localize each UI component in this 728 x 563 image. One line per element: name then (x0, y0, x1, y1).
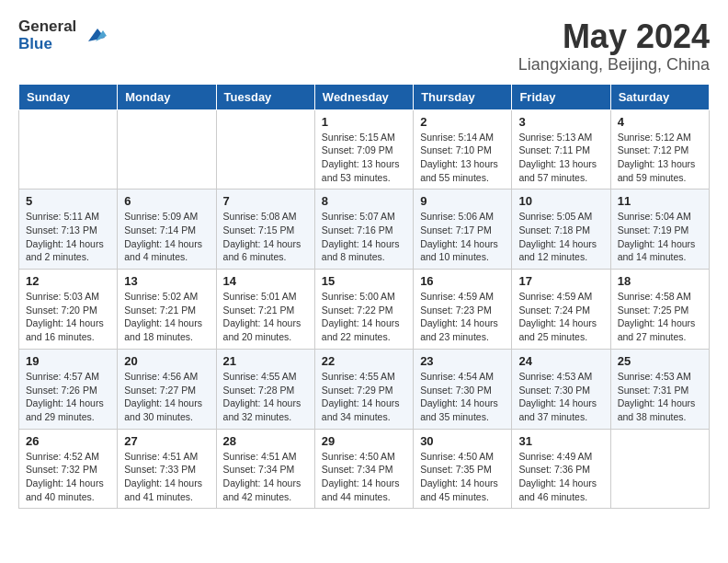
day-info: Sunrise: 4:53 AMSunset: 7:31 PMDaylight:… (618, 370, 702, 424)
day-number: 27 (124, 434, 209, 448)
calendar-cell: 7Sunrise: 5:08 AMSunset: 7:15 PMDaylight… (216, 190, 314, 270)
calendar-cell: 3Sunrise: 5:13 AMSunset: 7:11 PMDaylight… (512, 109, 610, 190)
calendar-cell: 26Sunrise: 4:52 AMSunset: 7:32 PMDayligh… (19, 429, 118, 509)
weekday-header-wednesday: Wednesday (314, 84, 413, 109)
header: General Blue May 2024 Liangxiang, Beijin… (18, 18, 710, 75)
calendar-cell (19, 109, 118, 190)
day-info: Sunrise: 4:50 AMSunset: 7:35 PMDaylight:… (420, 450, 505, 504)
day-number: 21 (223, 354, 308, 368)
day-info: Sunrise: 5:03 AMSunset: 7:20 PMDaylight:… (26, 290, 110, 344)
calendar-cell: 19Sunrise: 4:57 AMSunset: 7:26 PMDayligh… (19, 349, 118, 429)
calendar-cell: 22Sunrise: 4:55 AMSunset: 7:29 PMDayligh… (314, 349, 413, 429)
day-number: 30 (420, 434, 505, 448)
day-info: Sunrise: 5:08 AMSunset: 7:15 PMDaylight:… (223, 210, 308, 264)
calendar-cell: 30Sunrise: 4:50 AMSunset: 7:35 PMDayligh… (414, 429, 512, 509)
day-number: 22 (322, 354, 406, 368)
day-info: Sunrise: 5:05 AMSunset: 7:18 PMDaylight:… (518, 210, 603, 264)
calendar-cell: 12Sunrise: 5:03 AMSunset: 7:20 PMDayligh… (19, 270, 118, 350)
day-number: 28 (223, 434, 308, 448)
day-number: 9 (420, 194, 505, 208)
day-info: Sunrise: 4:53 AMSunset: 7:30 PMDaylight:… (518, 370, 603, 424)
calendar-week-row: 12Sunrise: 5:03 AMSunset: 7:20 PMDayligh… (19, 270, 710, 350)
day-number: 18 (618, 274, 702, 288)
calendar-week-row: 5Sunrise: 5:11 AMSunset: 7:13 PMDaylight… (19, 190, 710, 270)
month-year-title: May 2024 (518, 18, 710, 55)
calendar-cell: 14Sunrise: 5:01 AMSunset: 7:21 PMDayligh… (216, 270, 314, 350)
day-info: Sunrise: 4:50 AMSunset: 7:34 PMDaylight:… (322, 450, 406, 504)
day-number: 1 (322, 115, 406, 129)
day-number: 4 (618, 115, 702, 129)
day-number: 25 (618, 354, 702, 368)
day-number: 10 (518, 194, 603, 208)
calendar-cell: 16Sunrise: 4:59 AMSunset: 7:23 PMDayligh… (414, 270, 512, 350)
calendar-cell: 28Sunrise: 4:51 AMSunset: 7:34 PMDayligh… (216, 429, 314, 509)
day-info: Sunrise: 4:55 AMSunset: 7:28 PMDaylight:… (223, 370, 308, 424)
day-info: Sunrise: 5:01 AMSunset: 7:21 PMDaylight:… (223, 290, 308, 344)
page-container: General Blue May 2024 Liangxiang, Beijin… (0, 0, 728, 518)
calendar-cell (118, 109, 216, 190)
day-number: 24 (518, 354, 603, 368)
calendar-cell: 29Sunrise: 4:50 AMSunset: 7:34 PMDayligh… (314, 429, 413, 509)
day-number: 13 (124, 274, 209, 288)
day-info: Sunrise: 4:57 AMSunset: 7:26 PMDaylight:… (26, 370, 110, 424)
logo-icon (79, 21, 107, 49)
calendar-week-row: 1Sunrise: 5:15 AMSunset: 7:09 PMDaylight… (19, 109, 710, 190)
calendar-cell: 2Sunrise: 5:14 AMSunset: 7:10 PMDaylight… (414, 109, 512, 190)
calendar-week-row: 26Sunrise: 4:52 AMSunset: 7:32 PMDayligh… (19, 429, 710, 509)
day-info: Sunrise: 5:15 AMSunset: 7:09 PMDaylight:… (322, 131, 406, 185)
location-subtitle: Liangxiang, Beijing, China (518, 55, 710, 75)
day-number: 16 (420, 274, 505, 288)
day-info: Sunrise: 5:12 AMSunset: 7:12 PMDaylight:… (618, 131, 702, 185)
day-info: Sunrise: 4:56 AMSunset: 7:27 PMDaylight:… (124, 370, 209, 424)
day-info: Sunrise: 4:49 AMSunset: 7:36 PMDaylight:… (518, 450, 603, 504)
calendar-cell: 27Sunrise: 4:51 AMSunset: 7:33 PMDayligh… (118, 429, 216, 509)
calendar-table: SundayMondayTuesdayWednesdayThursdayFrid… (18, 84, 710, 510)
day-info: Sunrise: 5:13 AMSunset: 7:11 PMDaylight:… (518, 131, 603, 185)
calendar-cell: 18Sunrise: 4:58 AMSunset: 7:25 PMDayligh… (610, 270, 709, 350)
day-info: Sunrise: 4:55 AMSunset: 7:29 PMDaylight:… (322, 370, 406, 424)
weekday-header-friday: Friday (512, 84, 610, 109)
logo: General Blue (18, 18, 107, 52)
calendar-cell: 15Sunrise: 5:00 AMSunset: 7:22 PMDayligh… (314, 270, 413, 350)
calendar-cell: 25Sunrise: 4:53 AMSunset: 7:31 PMDayligh… (610, 349, 709, 429)
weekday-header-thursday: Thursday (414, 84, 512, 109)
day-info: Sunrise: 5:11 AMSunset: 7:13 PMDaylight:… (26, 210, 110, 264)
weekday-header-saturday: Saturday (610, 84, 709, 109)
calendar-cell (216, 109, 314, 190)
day-number: 26 (26, 434, 110, 448)
calendar-cell: 9Sunrise: 5:06 AMSunset: 7:17 PMDaylight… (414, 190, 512, 270)
day-number: 12 (26, 274, 110, 288)
calendar-cell: 4Sunrise: 5:12 AMSunset: 7:12 PMDaylight… (610, 109, 709, 190)
day-number: 7 (223, 194, 308, 208)
calendar-cell: 13Sunrise: 5:02 AMSunset: 7:21 PMDayligh… (118, 270, 216, 350)
day-number: 2 (420, 115, 505, 129)
title-section: May 2024 Liangxiang, Beijing, China (518, 18, 710, 75)
day-number: 19 (26, 354, 110, 368)
day-info: Sunrise: 4:58 AMSunset: 7:25 PMDaylight:… (618, 290, 702, 344)
day-number: 20 (124, 354, 209, 368)
calendar-cell: 21Sunrise: 4:55 AMSunset: 7:28 PMDayligh… (216, 349, 314, 429)
calendar-cell: 11Sunrise: 5:04 AMSunset: 7:19 PMDayligh… (610, 190, 709, 270)
day-info: Sunrise: 4:51 AMSunset: 7:33 PMDaylight:… (124, 450, 209, 504)
day-number: 8 (322, 194, 406, 208)
weekday-header-monday: Monday (118, 84, 216, 109)
weekday-header-tuesday: Tuesday (216, 84, 314, 109)
day-info: Sunrise: 4:52 AMSunset: 7:32 PMDaylight:… (26, 450, 110, 504)
day-number: 31 (518, 434, 603, 448)
weekday-header-sunday: Sunday (19, 84, 118, 109)
day-info: Sunrise: 4:59 AMSunset: 7:23 PMDaylight:… (420, 290, 505, 344)
calendar-cell: 8Sunrise: 5:07 AMSunset: 7:16 PMDaylight… (314, 190, 413, 270)
calendar-cell: 17Sunrise: 4:59 AMSunset: 7:24 PMDayligh… (512, 270, 610, 350)
calendar-cell: 10Sunrise: 5:05 AMSunset: 7:18 PMDayligh… (512, 190, 610, 270)
calendar-cell: 6Sunrise: 5:09 AMSunset: 7:14 PMDaylight… (118, 190, 216, 270)
day-number: 11 (618, 194, 702, 208)
calendar-cell: 24Sunrise: 4:53 AMSunset: 7:30 PMDayligh… (512, 349, 610, 429)
day-info: Sunrise: 5:06 AMSunset: 7:17 PMDaylight:… (420, 210, 505, 264)
calendar-cell (610, 429, 709, 509)
calendar-cell: 23Sunrise: 4:54 AMSunset: 7:30 PMDayligh… (414, 349, 512, 429)
day-info: Sunrise: 4:59 AMSunset: 7:24 PMDaylight:… (518, 290, 603, 344)
logo-blue: Blue (18, 36, 52, 53)
calendar-cell: 31Sunrise: 4:49 AMSunset: 7:36 PMDayligh… (512, 429, 610, 509)
day-number: 29 (322, 434, 406, 448)
day-number: 5 (26, 194, 110, 208)
